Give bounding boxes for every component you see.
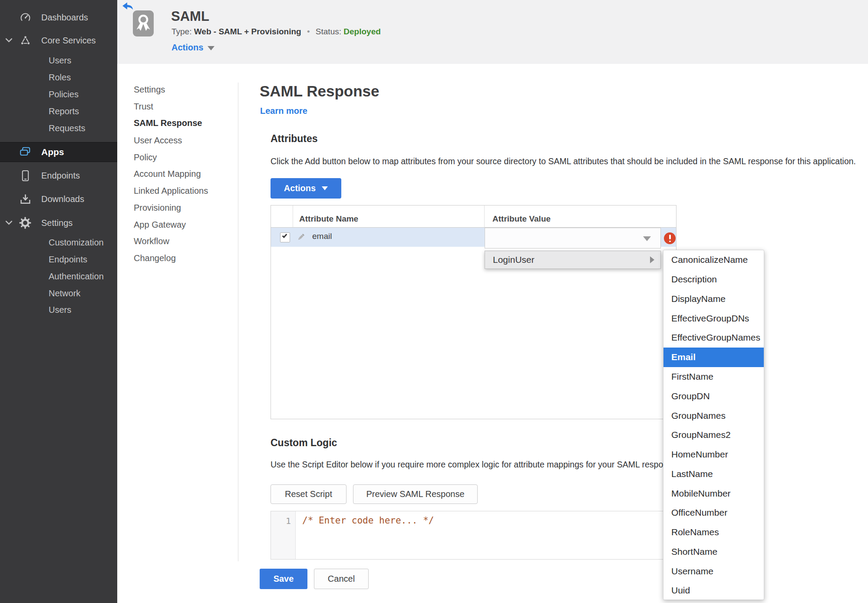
tab-app-gateway[interactable]: App Gateway xyxy=(134,220,186,230)
preview-saml-response-button[interactable]: Preview SAML Response xyxy=(353,484,478,504)
reset-script-button[interactable]: Reset Script xyxy=(271,484,347,504)
menu-option-firstname[interactable]: FirstName xyxy=(663,367,764,387)
exclamation-dot xyxy=(669,241,671,242)
menu-option-username[interactable]: Username xyxy=(663,561,764,581)
menu-option-officenumber[interactable]: OfficeNumber xyxy=(663,503,764,523)
menu-option-canonicalizename[interactable]: CanonicalizeName xyxy=(663,250,764,270)
tab-changelog[interactable]: Changelog xyxy=(134,253,176,263)
sidebar-item-endpoints-settings[interactable]: Endpoints xyxy=(49,255,87,265)
menu-option-description[interactable]: Description xyxy=(663,270,764,289)
app-logo-ribbon-icon xyxy=(133,10,154,36)
tab-linked-applications[interactable]: Linked Applications xyxy=(134,186,208,196)
sidebar: Dashboards Core Services Users Roles Pol… xyxy=(0,0,117,603)
mobile-device-icon xyxy=(19,169,31,182)
sidebar-item-requests[interactable]: Requests xyxy=(49,123,86,133)
menu-option-groupnames[interactable]: GroupNames xyxy=(663,406,764,425)
sidebar-item-users[interactable]: Users xyxy=(49,56,71,66)
chevron-right-icon xyxy=(650,256,654,263)
sidebar-label: Endpoints xyxy=(41,171,80,181)
custom-logic-description: Use the Script Editor below if you requi… xyxy=(271,460,679,470)
menu-option-displayname[interactable]: DisplayName xyxy=(663,289,764,309)
tab-provisioning[interactable]: Provisioning xyxy=(134,203,181,213)
sidebar-item-dashboards[interactable]: Dashboards xyxy=(0,9,117,26)
row-checkbox-checked[interactable] xyxy=(280,232,290,242)
sidebar-item-downloads[interactable]: Downloads xyxy=(0,190,117,208)
chevron-down-icon xyxy=(643,236,651,241)
learn-more-link[interactable]: Learn more xyxy=(260,106,307,116)
pencil-icon[interactable] xyxy=(297,233,305,242)
sidebar-item-users-settings[interactable]: Users xyxy=(49,305,71,315)
menu-option-homenumber[interactable]: HomeNumber xyxy=(663,445,764,464)
attributes-table: Attribute Name Attribute Value email xyxy=(271,205,677,419)
separator-dot: • xyxy=(304,27,314,36)
menu-option-groupnames2[interactable]: GroupNames2 xyxy=(663,425,764,445)
back-arrow-icon[interactable] xyxy=(122,1,133,10)
attributes-actions-button[interactable]: Actions xyxy=(271,178,341,199)
attributes-description: Click the Add button below to map attrib… xyxy=(271,156,856,166)
column-header-attribute-value: Attribute Value xyxy=(492,214,551,224)
code-placeholder: /* Enter code here... */ xyxy=(302,515,434,526)
tab-account-mapping[interactable]: Account Mapping xyxy=(134,169,201,179)
status-badge: Deployed xyxy=(343,27,381,36)
tab-policy[interactable]: Policy xyxy=(134,152,157,162)
sidebar-label: Dashboards xyxy=(41,13,88,23)
column-header-attribute-name: Attribute Name xyxy=(299,214,358,224)
tab-saml-response[interactable]: SAML Response xyxy=(134,118,202,128)
sidebar-item-core-services[interactable]: Core Services xyxy=(0,32,117,49)
divider xyxy=(238,83,238,561)
attributes-heading: Attributes xyxy=(271,133,318,145)
chevron-down-icon xyxy=(208,46,215,50)
sidebar-label: Apps xyxy=(41,147,64,157)
sidebar-item-roles[interactable]: Roles xyxy=(49,73,71,83)
menu-option-rolenames[interactable]: RoleNames xyxy=(663,523,764,542)
chevron-down-icon xyxy=(5,37,13,43)
sidebar-label: Downloads xyxy=(41,194,84,204)
menu-option-effectivegroupdns[interactable]: EffectiveGroupDNs xyxy=(663,308,764,328)
menu-option-lastname[interactable]: LastName xyxy=(663,464,764,484)
sidebar-item-apps-active[interactable]: Apps xyxy=(0,142,117,162)
error-icon xyxy=(664,232,676,244)
menu-option-mobilenumber[interactable]: MobileNumber xyxy=(663,484,764,503)
line-number: 1 xyxy=(286,516,291,526)
menu-option-shortname[interactable]: ShortName xyxy=(663,542,764,561)
custom-logic-heading: Custom Logic xyxy=(271,437,337,449)
download-icon xyxy=(19,193,31,205)
sidebar-item-reports[interactable]: Reports xyxy=(49,106,79,116)
menu-item-loginuser[interactable]: LoginUser xyxy=(485,251,661,269)
loginuser-label: LoginUser xyxy=(493,255,535,265)
status-label: Status: xyxy=(316,27,341,36)
chevron-down-icon xyxy=(5,220,13,226)
divider xyxy=(293,205,293,227)
gear-icon xyxy=(19,217,31,229)
tab-workflow[interactable]: Workflow xyxy=(134,236,169,246)
type-value: Web - SAML + Provisioning xyxy=(194,27,301,36)
menu-option-effectivegroupnames[interactable]: EffectiveGroupNames xyxy=(663,328,764,348)
menu-option-uuid[interactable]: Uuid xyxy=(663,581,764,600)
app-title: SAML xyxy=(171,9,209,24)
apps-icon xyxy=(19,146,31,158)
sidebar-item-customization[interactable]: Customization xyxy=(49,238,104,248)
sidebar-item-network[interactable]: Network xyxy=(49,288,80,298)
script-editor[interactable]: 1 /* Enter code here... */ xyxy=(271,511,675,560)
save-button[interactable]: Save xyxy=(260,569,307,589)
header-actions-menu[interactable]: Actions xyxy=(172,43,215,53)
editor-gutter: 1 xyxy=(271,511,296,559)
tab-settings[interactable]: Settings xyxy=(134,85,165,95)
exclamation-mark xyxy=(669,235,671,239)
tab-user-access[interactable]: User Access xyxy=(134,136,182,146)
divider xyxy=(484,205,485,227)
page-title: SAML Response xyxy=(260,83,380,100)
attribute-value-dropdown[interactable] xyxy=(485,228,661,248)
sidebar-item-authentication[interactable]: Authentication xyxy=(49,272,104,282)
menu-option-groupdn[interactable]: GroupDN xyxy=(663,386,764,406)
sidebar-item-policies[interactable]: Policies xyxy=(49,89,79,99)
cancel-button[interactable]: Cancel xyxy=(314,569,369,589)
type-label: Type: xyxy=(172,27,191,36)
core-services-icon xyxy=(19,34,31,46)
actions-button-label: Actions xyxy=(284,183,316,193)
tab-trust[interactable]: Trust xyxy=(134,102,153,112)
sidebar-item-endpoints[interactable]: Endpoints xyxy=(0,167,117,184)
menu-option-email-selected[interactable]: Email xyxy=(663,348,764,367)
chevron-down-icon xyxy=(322,186,328,190)
sidebar-item-settings[interactable]: Settings xyxy=(0,214,117,232)
